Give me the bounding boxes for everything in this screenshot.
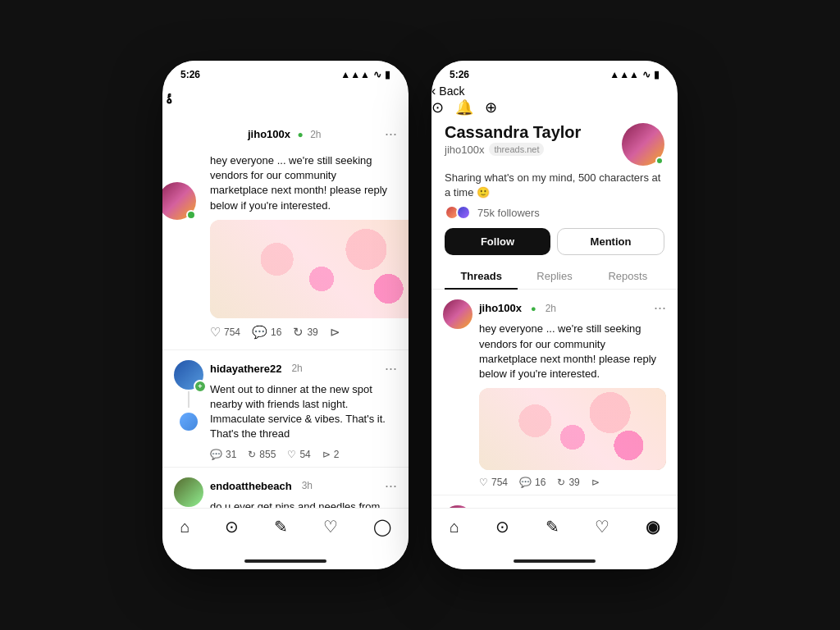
post-2-actions: 💬 31 ↻ 855 ♡ 54 ⊳ 2 (210, 449, 397, 460)
profile-post-1-left (443, 299, 472, 488)
p2-nav-heart[interactable]: ♡ (595, 517, 609, 536)
post-1-username[interactable]: jiho100x (248, 128, 290, 140)
post-1-avatar-wrapper (174, 119, 203, 148)
pp1-reposts[interactable]: ↻ 39 (557, 477, 579, 488)
signal-icon: ▲▲▲ (340, 69, 370, 80)
phone2-battery-icon: ▮ (654, 69, 660, 80)
post-1-header: jiho100x ● 2h ··· (174, 119, 397, 148)
post-1-time: 2h (310, 129, 321, 140)
home-indicator-1 (162, 553, 409, 569)
pp1-share-icon: ⊳ (591, 477, 600, 488)
post-3-username[interactable]: endoatthebeach (210, 480, 292, 492)
profile-avatar-container (622, 123, 664, 166)
profile-post-1-craft-img (479, 388, 666, 470)
profile-post-1-more[interactable]: ··· (654, 299, 666, 317)
post-2-more[interactable]: ··· (385, 360, 397, 377)
nav-compose[interactable]: ✎ (274, 517, 288, 536)
reply-avatar (180, 413, 198, 431)
phone2-bottom-nav: ⌂ ⊙ ✎ ♡ ◉ (431, 508, 678, 553)
back-chevron-icon: ‹ (431, 84, 436, 98)
heart-icon-2: ♡ (287, 449, 296, 460)
post-2-body: hidayathere22 2h ··· Went out to dinner … (210, 360, 397, 460)
comments-action[interactable]: 💬 16 (252, 325, 281, 340)
home-bar-2 (514, 559, 596, 563)
p2-reposts[interactable]: ↻ 855 (248, 449, 276, 460)
mention-button[interactable]: Mention (557, 228, 664, 255)
post-1-image (210, 220, 409, 318)
reposts-action[interactable]: ↻ 39 (293, 325, 317, 340)
p2-nav-search[interactable]: ⊙ (495, 517, 509, 536)
instagram-icon[interactable]: ⊙ (431, 98, 444, 116)
share-icon: ⊳ (330, 325, 340, 340)
profile-bio: Sharing what's on my mind, 500 character… (445, 171, 664, 200)
pp1-likes-count: 754 (491, 477, 508, 488)
thread-line (188, 391, 189, 408)
featured-avatar-container (162, 180, 199, 222)
phone2-status-bar: 5:26 ▲▲▲ ∿ ▮ (431, 61, 678, 84)
online-dot (186, 210, 196, 220)
profile-post-1-body: jiho100x ● 2h ··· hey everyone ... we're… (479, 299, 666, 488)
post-3-header: endoatthebeach 3h ··· (210, 477, 397, 495)
post-1-more[interactable]: ··· (385, 126, 397, 143)
profile-post-1-actions: ♡ 754 💬 16 ↻ 39 ⊳ (479, 477, 666, 488)
profile-name: Cassandra Taylor (445, 123, 581, 142)
profile-buttons: Follow Mention (445, 228, 664, 255)
status-bar: 5:26 ▲▲▲ ∿ ▮ (162, 61, 409, 84)
p2-nav-profile[interactable]: ◉ (646, 517, 660, 536)
post-1-actions: ♡ 754 💬 16 ↻ 39 ⊳ (210, 325, 397, 340)
nav-profile[interactable]: ◯ (373, 517, 391, 536)
post-2-username[interactable]: hidayathere22 (210, 363, 281, 375)
repost-icon: ↻ (293, 325, 304, 340)
profile-post-1-user: jiho100x ● 2h (479, 302, 556, 314)
profile-post-1-username[interactable]: jiho100x (479, 302, 522, 314)
profile-handle[interactable]: jiho100x (445, 144, 484, 156)
post-3-time: 3h (302, 480, 313, 491)
feed[interactable]: jiho100x ● 2h ··· hey everyone ... we're… (162, 109, 409, 508)
profile-post-1-time: 2h (546, 303, 556, 314)
p2-comments[interactable]: 💬 31 (210, 449, 236, 460)
post-3-left (174, 477, 203, 509)
back-button[interactable]: ‹ Back (431, 84, 678, 98)
share-action[interactable]: ⊳ (330, 325, 340, 340)
pp1-comment-icon: 💬 (519, 477, 532, 488)
time: 5:26 (180, 69, 200, 80)
phone2-signal-icon: ▲▲▲ (609, 69, 639, 80)
phone2-status-icons: ▲▲▲ ∿ ▮ (609, 69, 660, 80)
verified-icon: ● (297, 129, 303, 140)
p2-shares[interactable]: ⊳ 2 (322, 449, 340, 460)
followers-count[interactable]: 75k followers (477, 207, 540, 219)
pp1-likes[interactable]: ♡ 754 (479, 477, 508, 488)
phone2-wifi-icon: ∿ (642, 69, 651, 80)
more-icon[interactable]: ⊕ (485, 98, 497, 116)
post-1: jiho100x ● 2h ··· hey everyone ... we're… (162, 109, 409, 350)
nav-home[interactable]: ⌂ (180, 518, 189, 536)
top-actions: ⊙ 🔔 ⊕ (431, 98, 678, 116)
post-3-more[interactable]: ··· (385, 477, 397, 495)
nav-heart[interactable]: ♡ (323, 517, 338, 536)
follow-button[interactable]: Follow (445, 228, 550, 255)
profile-feed[interactable]: jiho100x ● 2h ··· hey everyone ... we're… (431, 290, 678, 508)
tab-reposts[interactable]: Reposts (591, 263, 664, 289)
pp1-repost-icon: ↻ (557, 477, 565, 488)
likes-action[interactable]: ♡ 754 (210, 325, 240, 340)
profile-tabs: Threads Replies Reposts (431, 263, 678, 290)
p2-nav-home[interactable]: ⌂ (450, 518, 459, 536)
tab-threads[interactable]: Threads (445, 263, 518, 289)
p2-likes[interactable]: ♡ 54 (287, 449, 310, 460)
pp1-share[interactable]: ⊳ (591, 477, 600, 488)
comment-icon: 💬 (252, 325, 267, 340)
comments-count: 16 (271, 326, 281, 338)
p2-nav-compose[interactable]: ✎ (546, 517, 559, 536)
profile-post-1-header: jiho100x ● 2h ··· (479, 299, 666, 317)
nav-search[interactable]: ⊙ (225, 517, 239, 536)
wifi-icon: ∿ (373, 69, 381, 80)
p2-likes-count: 54 (299, 449, 310, 460)
profile-name-block: Cassandra Taylor jiho100x threads.net (445, 123, 581, 156)
share-icon-2: ⊳ (322, 449, 331, 460)
pp1-heart-icon: ♡ (479, 477, 488, 488)
profile-domain: threads.net (489, 143, 544, 156)
pp1-comments[interactable]: 💬 16 (519, 477, 546, 488)
tab-replies[interactable]: Replies (518, 263, 591, 289)
profile-post-1-image (479, 388, 666, 470)
notification-icon[interactable]: 🔔 (455, 98, 473, 116)
